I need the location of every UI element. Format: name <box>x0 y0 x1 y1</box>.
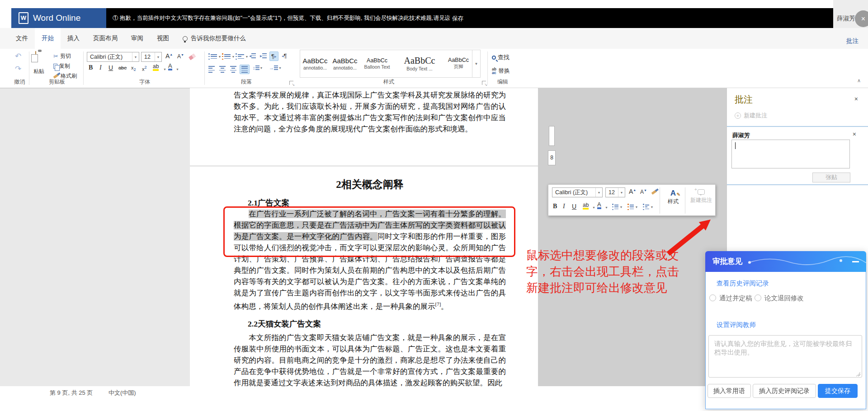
mini-multilevel-list-button[interactable]: ▼ <box>642 203 655 211</box>
bold-button[interactable]: B <box>89 64 93 71</box>
font-family-select[interactable]: Calibri (正文)▼ <box>87 52 139 62</box>
delete-comment-icon[interactable]: × <box>853 131 856 138</box>
section-2-2-title[interactable]: 2.2天猫女装广告文案 <box>248 318 321 329</box>
history-review-link[interactable]: 查看历史评阅记录 <box>717 279 769 288</box>
divider <box>727 184 868 185</box>
page-count-status[interactable]: 第 9 页, 共 25 页 <box>50 389 93 397</box>
align-center-button[interactable] <box>218 65 227 74</box>
resize-handle-icon[interactable] <box>856 372 860 376</box>
paragraph-previous-page[interactable]: 告文案学科发展的规律，真正体现国际上广告文案学科及其研究发展脉络的研究为数不多。… <box>234 89 506 135</box>
chevron-down-icon[interactable]: ▼ <box>592 206 595 209</box>
collapse-ribbon-icon[interactable]: ∧ <box>857 78 861 84</box>
redo-icon[interactable]: ↷ <box>15 65 21 73</box>
superscript-button[interactable]: x2 <box>142 65 147 72</box>
page-scrollbar-thumb[interactable] <box>549 126 555 146</box>
paste-label[interactable]: 粘贴 <box>33 68 44 75</box>
highlight-color-button[interactable]: ab <box>153 64 159 71</box>
approval-comment-input[interactable] <box>708 335 862 378</box>
font-color-button[interactable]: A <box>168 63 172 70</box>
document-page[interactable]: 告文案学科发展的规律，真正体现国际上广告文案学科及其研究发展脉络的研究为数不多。… <box>190 88 538 386</box>
replace-button[interactable]: abac替换 <box>492 67 510 75</box>
minimize-icon[interactable] <box>852 261 859 262</box>
decrease-indent-button[interactable]: ◂ <box>248 52 257 59</box>
style-chip-annotation-text[interactable]: AaBbCc annotatio... <box>330 50 360 77</box>
rtl-text-direction-button[interactable]: ◂¶ <box>280 51 288 60</box>
insert-history-button[interactable]: 插入历史评阅记录 <box>753 384 816 398</box>
style-chip-balloon-text[interactable]: AaBbCc Balloon Text <box>360 50 394 77</box>
save-button[interactable]: 保存 <box>452 15 463 23</box>
mini-font-family-select[interactable]: Calibri (正文)▼ <box>552 187 603 197</box>
radio-return-label[interactable]: 论文退回修改 <box>764 294 804 303</box>
copy-button[interactable]: 复制 <box>53 62 70 70</box>
grow-font-button[interactable]: A▲ <box>165 52 173 60</box>
mini-underline-button[interactable]: U <box>572 203 576 210</box>
tab-file[interactable]: 文件 <box>9 28 35 49</box>
mini-font-size-select[interactable]: 12▼ <box>605 187 625 197</box>
undo-icon[interactable]: ↶ <box>15 52 21 60</box>
mini-shrink-font-button[interactable]: A▼ <box>640 189 647 195</box>
comment-author: 薛淑芳 <box>732 131 750 140</box>
submit-save-button[interactable]: 提交保存 <box>818 384 858 398</box>
radio-return[interactable] <box>755 294 761 301</box>
close-icon[interactable]: × <box>854 95 858 103</box>
style-chip-footer[interactable]: AaBbCc 页脚 <box>445 50 472 77</box>
font-size-select[interactable]: 12▼ <box>141 52 162 62</box>
mini-bullet-list-button[interactable]: ▼ <box>611 203 624 211</box>
mini-highlight-button[interactable]: ab <box>583 202 589 210</box>
paragraph-tmall[interactable]: 本文所指的广告文案即天猫女装店铺广告文案，就是一种具象的展示，是在宣传服装中所使… <box>234 332 506 386</box>
radio-approve[interactable] <box>709 294 716 301</box>
shrink-font-button[interactable]: A▼ <box>177 53 184 60</box>
find-button[interactable]: 查找 <box>492 53 509 61</box>
chevron-down-icon[interactable]: ▼ <box>176 68 179 71</box>
styles-gallery-dropdown[interactable]: ▼ <box>472 50 480 77</box>
comment-input[interactable] <box>731 140 850 168</box>
section-2-1-title[interactable]: 2.1广告文案 <box>248 197 289 208</box>
post-comment-button[interactable]: 张贴 <box>812 173 850 182</box>
strikethrough-button[interactable]: abe <box>118 65 127 70</box>
mini-grow-font-button[interactable]: A▲ <box>629 188 636 195</box>
close-icon[interactable]: × <box>855 10 868 27</box>
document-heading[interactable]: 2相关概念阐释 <box>234 177 506 191</box>
paste-button[interactable] <box>35 51 36 60</box>
mini-format-painter-icon[interactable] <box>651 190 657 195</box>
comments-toggle-button[interactable]: 批注 <box>846 37 859 45</box>
paragraph-dialog-launcher-icon[interactable] <box>289 81 293 85</box>
tab-review[interactable]: 审阅 <box>124 28 150 49</box>
mini-italic-button[interactable]: I <box>563 203 565 210</box>
mini-new-comment-button[interactable]: 新建批注 <box>689 189 714 204</box>
language-status[interactable]: 中文(中国) <box>108 389 136 397</box>
line-spacing-button[interactable]: ↕▼ <box>251 64 264 71</box>
tab-home[interactable]: 开始 <box>35 28 61 49</box>
paragraph-indent-button[interactable]: →▼ <box>268 64 283 71</box>
chevron-down-icon[interactable]: ▼ <box>163 68 166 71</box>
clear-formatting-icon[interactable] <box>189 54 196 61</box>
ltr-text-direction-button[interactable]: ¶▸ <box>269 51 278 61</box>
tab-layout[interactable]: 页面布局 <box>86 28 124 49</box>
mini-styles-button[interactable]: A 样式 <box>663 189 683 206</box>
word-online-logo[interactable]: W Word Online <box>11 8 106 28</box>
insert-phrase-button[interactable]: 插入常用语 <box>708 384 751 398</box>
mini-font-color-button[interactable]: A <box>597 201 601 209</box>
style-chip-body-text[interactable]: AaBbCc Body Text ... <box>394 50 445 77</box>
tab-view[interactable]: 视图 <box>150 28 176 49</box>
radio-approve-label[interactable]: 通过并定稿 <box>719 294 752 303</box>
set-reviewer-link[interactable]: 设置评阅教师 <box>717 321 756 329</box>
underline-button[interactable]: U <box>108 64 113 71</box>
paragraph-ad-copy[interactable]: 在广告行业一系列广泛被了解的名词中，广告文案一词有着十分繁多的理解。根据它的字面… <box>234 208 506 312</box>
justify-button[interactable] <box>240 65 250 74</box>
subscript-button[interactable]: x2 <box>131 65 136 72</box>
align-left-button[interactable] <box>207 65 216 74</box>
mini-bold-button[interactable]: B <box>553 203 557 210</box>
mini-numbered-list-button[interactable]: ▼ <box>626 203 640 211</box>
new-comment-button[interactable]: + 新建批注 <box>735 112 767 120</box>
style-chip-annotation-subject[interactable]: AaBbCc annotatio... <box>300 50 330 77</box>
tab-insert[interactable]: 插入 <box>61 28 86 49</box>
cut-button[interactable]: ✂剪切 <box>53 52 71 60</box>
chevron-down-icon[interactable]: ▼ <box>605 206 608 209</box>
italic-button[interactable]: I <box>99 64 102 71</box>
tab-tell-me[interactable]: 告诉我你想要做什么 <box>176 28 253 49</box>
user-name: 薛淑芳 <box>837 14 855 23</box>
styles-dialog-launcher-icon[interactable] <box>482 81 486 85</box>
increase-indent-button[interactable]: ▸ <box>259 52 268 59</box>
align-right-button[interactable] <box>229 65 238 74</box>
